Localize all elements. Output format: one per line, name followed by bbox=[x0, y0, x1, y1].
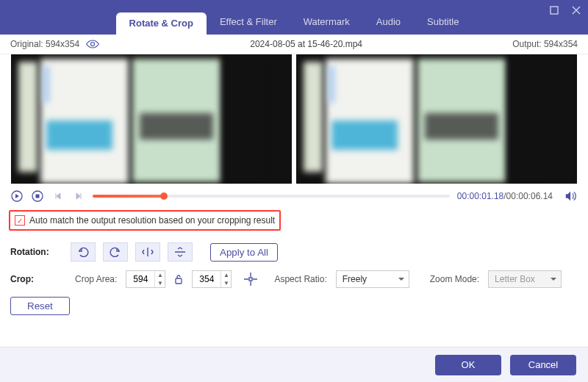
output-resolution-label: Output: 594x354 bbox=[512, 39, 578, 49]
seek-slider[interactable] bbox=[93, 195, 450, 198]
footer-bar: OK Cancel bbox=[0, 347, 588, 382]
width-down-icon[interactable]: ▼ bbox=[155, 279, 165, 287]
main-tabs: Rotate & Crop Effect & Filter Watermark … bbox=[116, 0, 473, 35]
preview-row bbox=[0, 54, 588, 184]
title-bar: Rotate & Crop Effect & Filter Watermark … bbox=[0, 0, 588, 35]
automatch-label: Auto match the output resolution based o… bbox=[29, 215, 275, 226]
tab-watermark[interactable]: Watermark bbox=[290, 0, 363, 35]
apply-to-all-button[interactable]: Apply to All bbox=[210, 243, 278, 262]
svg-rect-6 bbox=[249, 278, 252, 281]
eye-icon[interactable] bbox=[85, 39, 100, 49]
height-down-icon[interactable]: ▼ bbox=[221, 279, 231, 287]
crop-height-stepper[interactable]: ▲▼ bbox=[192, 270, 232, 288]
tab-audio[interactable]: Audio bbox=[363, 0, 414, 35]
svg-point-1 bbox=[91, 43, 95, 46]
svg-rect-4 bbox=[36, 195, 40, 198]
tab-subtitle[interactable]: Subtitle bbox=[414, 0, 472, 35]
flip-horizontal-button[interactable] bbox=[135, 242, 160, 262]
zoom-mode-select: Letter Box bbox=[488, 270, 562, 288]
crop-row: Crop: Crop Area: ▲▼ ▲▼ Aspect Ratio: Fre… bbox=[10, 270, 578, 288]
svg-rect-5 bbox=[176, 278, 182, 284]
time-display: 00:00:01.18/00:00:06.14 bbox=[457, 191, 553, 201]
rotate-left-button[interactable] bbox=[71, 242, 96, 262]
prev-frame-icon[interactable] bbox=[51, 190, 65, 203]
flip-vertical-button[interactable] bbox=[168, 242, 193, 262]
width-up-icon[interactable]: ▲ bbox=[155, 271, 165, 279]
lock-icon[interactable] bbox=[174, 274, 183, 284]
crop-width-input[interactable] bbox=[126, 274, 154, 284]
position-icon[interactable] bbox=[243, 272, 258, 286]
automatch-highlight: ✓ Auto match the output resolution based… bbox=[9, 210, 281, 231]
svg-rect-0 bbox=[551, 7, 558, 14]
close-icon[interactable] bbox=[570, 4, 582, 16]
ok-button[interactable]: OK bbox=[435, 355, 501, 375]
crop-area-label: Crop Area: bbox=[75, 274, 117, 284]
timeline-bar: 00:00:01.18/00:00:06.14 bbox=[0, 184, 588, 209]
rotation-label: Rotation: bbox=[10, 247, 63, 257]
cancel-button[interactable]: Cancel bbox=[510, 355, 576, 375]
window-controls bbox=[548, 4, 582, 16]
rotation-row: Rotation: Apply to All bbox=[10, 242, 578, 262]
aspect-ratio-label: Aspect Ratio: bbox=[274, 274, 326, 284]
info-bar: Original: 594x354 2024-08-05 at 15-46-20… bbox=[0, 35, 588, 54]
maximize-icon[interactable] bbox=[548, 4, 560, 16]
rotate-right-button[interactable] bbox=[103, 242, 128, 262]
volume-icon[interactable] bbox=[564, 190, 578, 202]
play-icon[interactable] bbox=[10, 190, 24, 203]
crop-width-stepper[interactable]: ▲▼ bbox=[126, 270, 165, 288]
crop-label: Crop: bbox=[10, 274, 63, 284]
preview-original[interactable] bbox=[11, 54, 292, 184]
crop-height-input[interactable] bbox=[193, 274, 220, 284]
next-frame-icon[interactable] bbox=[72, 190, 85, 203]
automatch-checkbox[interactable]: ✓ bbox=[15, 215, 25, 226]
tab-effect-filter[interactable]: Effect & Filter bbox=[207, 0, 290, 35]
original-resolution-label: Original: 594x354 bbox=[10, 39, 79, 49]
aspect-ratio-select[interactable]: Freely bbox=[336, 270, 409, 288]
preview-output[interactable] bbox=[296, 54, 577, 184]
zoom-mode-label: Zoom Mode: bbox=[430, 274, 479, 284]
height-up-icon[interactable]: ▲ bbox=[221, 271, 231, 279]
stop-icon[interactable] bbox=[31, 190, 44, 203]
filename-label: 2024-08-05 at 15-46-20.mp4 bbox=[250, 39, 362, 49]
tab-rotate-crop[interactable]: Rotate & Crop bbox=[116, 12, 207, 35]
reset-button[interactable]: Reset bbox=[10, 297, 70, 315]
